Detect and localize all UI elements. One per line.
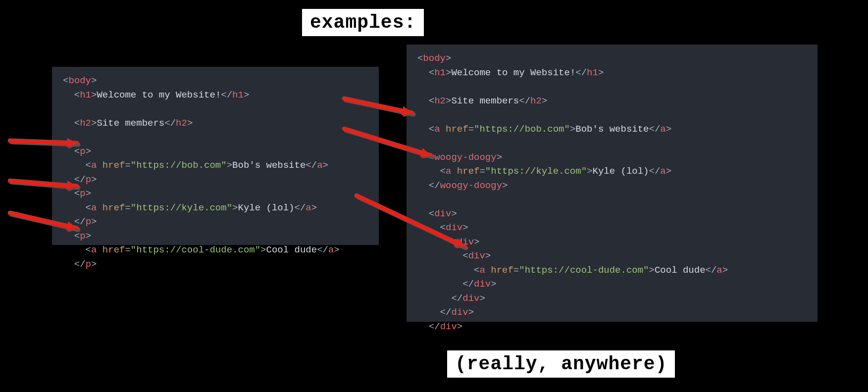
code-block-right: <body> <h1>Welcome to my Website!</h1> <… [407, 45, 817, 322]
title-examples: examples: [302, 9, 424, 36]
code-block-left: <body> <h1>Welcome to my Website!</h1> <… [52, 67, 379, 245]
title-anywhere: (really, anywhere) [447, 350, 675, 378]
